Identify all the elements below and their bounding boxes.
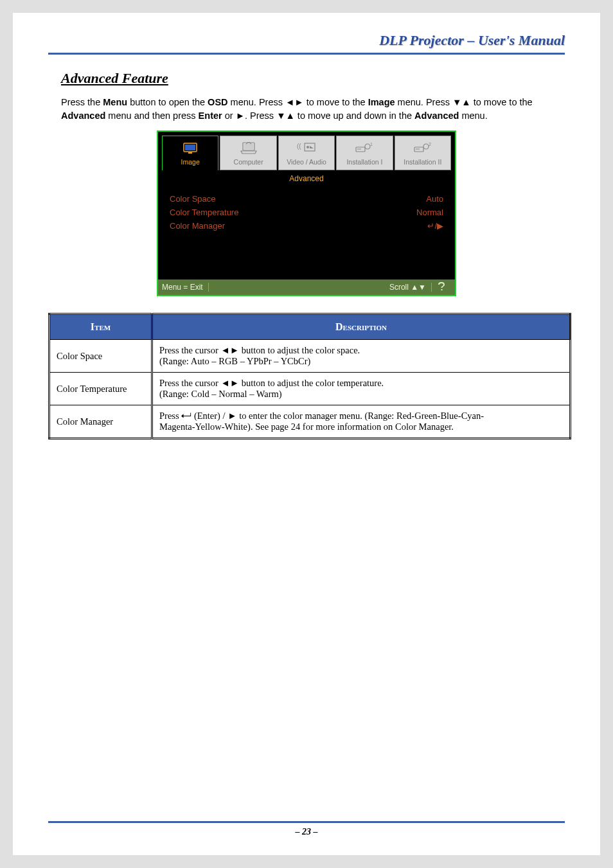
enter-arrow-icon	[181, 412, 191, 419]
projector-1-icon: 1	[355, 141, 374, 156]
osd-row-label: Color Manager	[170, 221, 225, 231]
scroll-label: Scroll ▲▼	[209, 283, 432, 292]
video-audio-icon: ((	[297, 141, 316, 156]
desc-cell: Press the cursor ◄► button to adjust the…	[152, 373, 571, 405]
table-row: Color Manager Press (Enter) / ► to enter…	[49, 405, 571, 439]
svg-text:((: ((	[297, 143, 301, 150]
osd-tab-label: Image	[181, 158, 200, 166]
projector-2-icon: 2	[413, 141, 432, 156]
osd-tab-label: Video / Audio	[287, 158, 326, 166]
help-icon	[432, 281, 451, 294]
osd-row-color-manager[interactable]: Color Manager ↵/▶	[170, 219, 443, 233]
osd-panel: Image Computer (( Video / Audio 1 Instal…	[157, 130, 456, 296]
page-header: DLP Projector – User's Manual	[48, 32, 565, 55]
table-head-item: Item	[49, 314, 152, 340]
svg-point-10	[365, 144, 370, 149]
svg-point-7	[306, 146, 309, 148]
osd-tab-installation-1[interactable]: 1 Installation I	[336, 136, 393, 170]
svg-text:1: 1	[370, 142, 373, 146]
table-row: Color Temperature Press the cursor ◄► bu…	[49, 373, 571, 405]
osd-footer: Menu = Exit Scroll ▲▼	[158, 279, 455, 295]
osd-tab-label: Installation I	[346, 158, 382, 166]
osd-body: Color Space Auto Color Temperature Norma…	[158, 190, 455, 279]
osd-row-label: Color Temperature	[170, 208, 238, 217]
item-cell: Color Space	[49, 340, 152, 373]
computer-icon	[239, 141, 258, 156]
monitor-icon	[181, 141, 200, 156]
table-head-description: Description	[152, 314, 571, 340]
table-row: Color Space Press the cursor ◄► button t…	[49, 340, 571, 373]
osd-subtitle: Advanced	[158, 170, 455, 190]
osd-tab-label: Installation II	[404, 158, 441, 166]
osd-row-label: Color Space	[170, 194, 216, 204]
instruction-paragraph: Press the Menu button to open the OSD me…	[61, 96, 565, 123]
svg-rect-4	[244, 144, 253, 149]
item-cell: Color Manager	[49, 405, 152, 439]
osd-tab-installation-2[interactable]: 2 Installation II	[395, 136, 451, 170]
section-heading: Advanced Feature	[61, 70, 565, 87]
item-cell: Color Temperature	[49, 373, 152, 405]
osd-tabs: Image Computer (( Video / Audio 1 Instal…	[158, 132, 455, 170]
desc-cell: Press the cursor ◄► button to adjust the…	[152, 340, 571, 373]
osd-tab-image[interactable]: Image	[162, 136, 218, 170]
svg-rect-2	[188, 152, 192, 154]
enter-icon: ↵/▶	[427, 221, 443, 231]
description-table: Item Description Color Space Press the c…	[48, 313, 571, 439]
svg-rect-1	[185, 145, 195, 150]
page-number: – 23 –	[296, 827, 318, 837]
desc-cell: Press (Enter) / ► to enter the color man…	[152, 405, 571, 439]
svg-text:2: 2	[429, 142, 431, 146]
osd-row-value: Auto	[426, 194, 443, 204]
osd-tab-computer[interactable]: Computer	[220, 136, 276, 170]
page-footer: – 23 –	[48, 821, 565, 837]
osd-tab-video-audio[interactable]: (( Video / Audio	[278, 136, 335, 170]
svg-point-14	[423, 144, 429, 149]
osd-row-value: Normal	[416, 208, 443, 217]
osd-row-color-space[interactable]: Color Space Auto	[170, 192, 443, 206]
menu-exit-label: Menu = Exit	[162, 283, 209, 292]
osd-tab-label: Computer	[234, 158, 263, 166]
osd-row-color-temperature[interactable]: Color Temperature Normal	[170, 206, 443, 219]
header-title: DLP Projector – User's Manual	[379, 32, 565, 48]
